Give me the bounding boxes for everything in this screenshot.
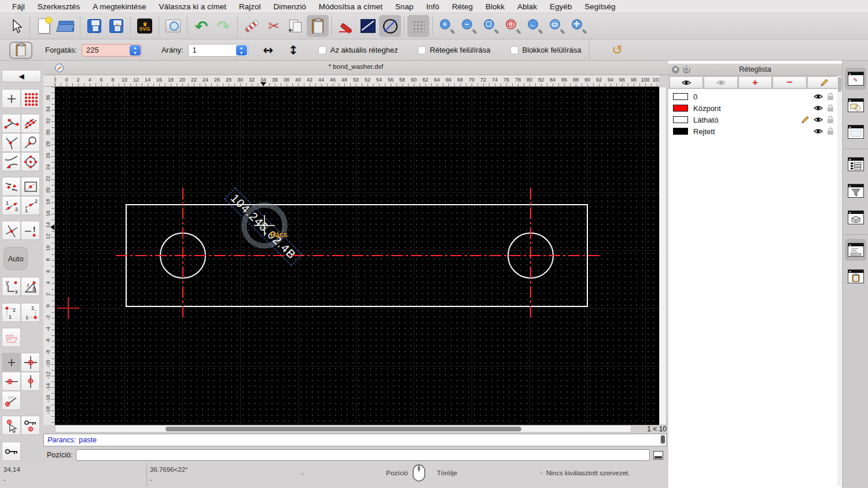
checkbox-icon[interactable] [418,46,426,54]
layer-visible-icon[interactable] [813,128,823,135]
layer-name[interactable]: Rejtett [693,127,813,136]
menu-edit[interactable]: Szerkesztés [31,2,87,11]
rotation-combobox[interactable]: 225 ▲▼ [82,44,142,57]
layer-color-swatch[interactable] [673,105,688,112]
menu-view[interactable]: A megtekintése [86,2,152,11]
coordinate-cartesian-button[interactable]: yx [2,277,21,296]
override-blocks-checkbox[interactable]: Blokkok felülírása [510,46,582,54]
restrict-orthogonal-button[interactable] [21,353,40,372]
corner-order-12-button[interactable]: 12 [2,303,21,322]
paste-button[interactable] [307,15,329,37]
layer-color-swatch[interactable] [673,93,688,100]
layer-visible-icon[interactable] [813,116,823,123]
document-tab-title[interactable]: * bond_washer.dxf [43,63,668,70]
stepper-icon[interactable]: ▲▼ [236,45,247,56]
corner-order-21-button[interactable]: 12 [21,303,40,322]
remove-layer-button[interactable]: − [773,76,806,88]
dock-clipboard-widget-toggle[interactable] [845,265,866,287]
copy-button[interactable]: + [285,15,307,37]
layer-lock-icon[interactable] [827,93,834,101]
snap-grid-button[interactable] [21,89,40,108]
snap-divide-button[interactable]: 12 [21,196,40,215]
menu-dimension[interactable]: Dimenzió [267,2,312,11]
layer-name[interactable]: Látható [693,116,800,124]
menu-block[interactable]: Blokk [479,2,511,11]
snap-on-entity-button[interactable] [21,114,40,133]
flip-horizontal-button[interactable]: ↔ [263,43,274,57]
snap-intersection-button[interactable] [2,221,21,240]
snap-middle-manual-button[interactable] [21,177,40,196]
reset-action-button[interactable]: ↺ [612,43,622,57]
redo-button[interactable]: ↷ [212,15,234,37]
edit-layer-button[interactable] [807,76,841,88]
draw-pencil-button[interactable] [335,15,357,37]
line-tool-button[interactable] [357,15,379,37]
layer-visible-icon[interactable] [813,105,823,112]
save-button[interactable] [83,15,105,37]
circle-tool-button[interactable] [379,15,401,37]
layer-panel-scrollbar[interactable] [837,76,841,486]
command-history[interactable]: Parancs:paste [43,434,667,446]
canvas-horizontal-scrollbar[interactable] [55,425,631,432]
scrollbar-thumb[interactable] [165,427,521,431]
restrict-nothing-button[interactable] [2,353,21,372]
menu-modify[interactable]: Módosítsa a címet [312,2,389,11]
layer-row-0[interactable]: 0 [668,91,842,102]
snap-free-button[interactable] [2,89,21,108]
flip-vertical-button[interactable]: ↕ [288,43,299,57]
coordinate-polar-button[interactable]: ra [21,277,40,296]
dock-layer-list-toggle[interactable] [845,153,866,175]
centerline-horizontal[interactable] [116,255,601,256]
stepper-icon[interactable]: ▲▼ [130,45,141,56]
hide-all-layers-button[interactable] [704,76,737,88]
snap-tangent-button[interactable] [21,133,40,152]
menu-draw[interactable]: Rajzol [233,2,267,11]
paste-options-clipboard-button[interactable] [9,42,32,59]
cut-button[interactable]: ✂ [263,15,285,37]
dock-block-list-toggle[interactable] [845,94,866,116]
grid-toggle-button[interactable] [407,15,429,37]
snap-intersection-auto-button[interactable] [2,133,21,152]
menu-info[interactable]: Infó [420,2,446,11]
centerline-vertical-left[interactable] [182,188,183,320]
layer-row-rejtett[interactable]: Rejtett [668,125,842,137]
dock-pen-toolbar-toggle[interactable]: ✎ [845,68,866,90]
command-input[interactable] [76,449,650,461]
dock-blank-widget-toggle[interactable] [845,121,866,143]
layer-row-kozpont[interactable]: Központ [668,102,842,114]
palette-back-button[interactable]: ◀ [2,70,41,82]
checkbox-icon[interactable] [318,46,326,54]
zoom-pan-button[interactable]: ✢ [568,15,590,37]
new-document-button[interactable] [33,15,55,37]
menu-snap[interactable]: Snap [389,2,420,11]
angle-protractor-button[interactable] [2,391,21,410]
dock-filter-toggle[interactable] [845,180,866,202]
open-file-button[interactable] [55,15,77,37]
snap-distance-button[interactable]: 12 [2,196,21,215]
menu-window[interactable]: Ablak [511,2,543,11]
zoom-out-button[interactable]: − [458,15,480,37]
dock-library-toggle[interactable] [845,206,866,228]
snap-none-button[interactable]: ! [21,221,40,240]
menu-other[interactable]: Egyéb [543,2,578,11]
delete-eraser-button[interactable] [241,15,263,37]
layer-lock-icon[interactable] [827,104,834,112]
keyboard-mode-icon[interactable] [653,451,663,460]
layer-visible-icon[interactable] [813,93,823,100]
snap-center-button[interactable] [21,152,40,171]
menu-layer[interactable]: Réteg [446,2,479,11]
zoom-previous-button[interactable] [502,15,524,37]
show-all-layers-button[interactable] [670,76,703,88]
layer-name[interactable]: Központ [693,104,813,113]
snap-middle-button[interactable] [2,177,21,196]
centerline-vertical-right[interactable] [530,188,531,320]
layer-color-swatch[interactable] [673,116,688,123]
restrict-vertical-button[interactable] [21,372,40,391]
drawing-canvas[interactable]: 104.245.02.4B Rács [55,87,659,425]
canvas-vertical-scrollbar[interactable] [659,87,667,425]
zoom-window-button[interactable]: ▭ [546,15,568,37]
export-svg-button[interactable]: ♛SVG [134,15,156,37]
restrict-shape-button[interactable] [2,328,21,347]
checkbox-icon[interactable] [510,46,518,54]
command-history-scrollbar[interactable] [660,435,665,445]
